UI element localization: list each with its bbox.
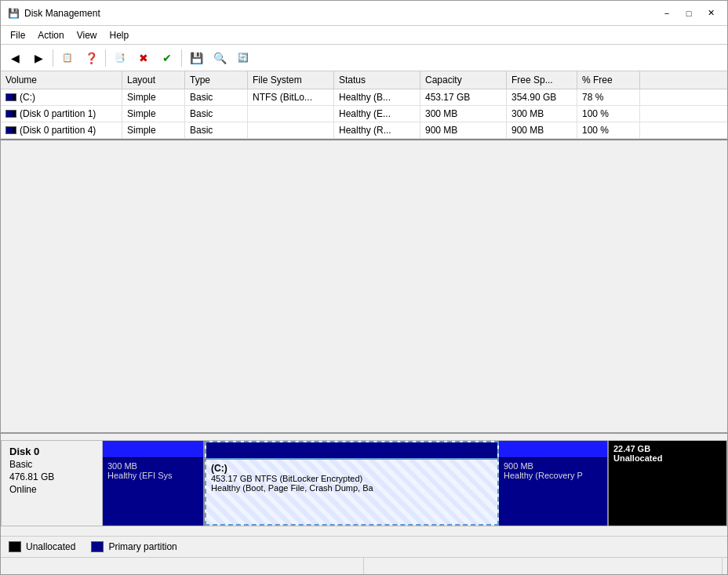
help-button[interactable]: ❓: [80, 48, 102, 68]
col-header-pctfree[interactable]: % Free: [577, 71, 640, 89]
status-pane-2: [364, 558, 723, 574]
part-c-status: Healthy (Boot, Page File, Crash Dump, Ba: [211, 483, 493, 493]
col-header-type[interactable]: Type: [185, 71, 248, 89]
cell-freesp-1: 300 MB: [507, 106, 577, 122]
disk-row: Disk 0 Basic 476.81 GB Online 300 MB Hea…: [1, 440, 727, 526]
cell-type-0: Basic: [185, 89, 248, 105]
table-row[interactable]: (Disk 0 partition 1) Simple Basic Health…: [1, 106, 727, 122]
minimize-button[interactable]: −: [657, 5, 677, 22]
partition-unallocated[interactable]: 22.47 GB Unallocated: [609, 441, 726, 526]
menu-bar: File Action View Help: [1, 26, 727, 45]
main-content: Volume Layout Type File System Status Ca…: [1, 71, 727, 574]
volume-icon-2: [5, 126, 16, 134]
col-header-layout[interactable]: Layout: [122, 71, 185, 89]
app-icon: 💾: [7, 7, 20, 20]
col-header-capacity[interactable]: Capacity: [420, 71, 507, 89]
menu-view[interactable]: View: [71, 28, 104, 42]
window-title: Disk Management: [24, 8, 657, 19]
window-controls: − □ ✕: [657, 5, 721, 22]
table-row[interactable]: (Disk 0 partition 4) Simple Basic Health…: [1, 122, 727, 139]
table-header: Volume Layout Type File System Status Ca…: [1, 71, 727, 89]
cell-capacity-0: 453.17 GB: [420, 89, 507, 105]
cell-layout-0: Simple: [122, 89, 185, 105]
menu-action[interactable]: Action: [31, 28, 70, 42]
properties-button[interactable]: 📋: [56, 48, 78, 68]
part-unalloc-size: 22.47 GB: [613, 444, 722, 453]
cell-type-2: Basic: [185, 122, 248, 138]
launch-button[interactable]: 📑: [109, 48, 131, 68]
cell-pctfree-1: 100 %: [577, 106, 640, 122]
cell-layout-1: Simple: [122, 106, 185, 122]
disk-map-area: Disk 0 Basic 476.81 GB Online 300 MB Hea…: [1, 434, 727, 536]
part-unalloc-label: Unallocated: [613, 453, 722, 463]
menu-file[interactable]: File: [4, 28, 31, 42]
cell-layout-2: Simple: [122, 122, 185, 138]
cell-status-0: Healthy (B...: [334, 89, 420, 105]
cell-pctfree-2: 100 %: [577, 122, 640, 138]
refresh-button[interactable]: 🔄: [232, 48, 254, 68]
legend-area: Unallocated Primary partition: [1, 536, 727, 557]
table-row[interactable]: (C:) Simple Basic NTFS (BitLo... Healthy…: [1, 89, 727, 106]
disk-size: 476.81 GB: [9, 471, 94, 482]
save-button[interactable]: 💾: [185, 48, 207, 68]
status-pane-1: [5, 558, 364, 574]
menu-help[interactable]: Help: [104, 28, 136, 42]
partition-recovery[interactable]: 900 MB Healthy (Recovery P: [499, 441, 609, 526]
legend-primary: Primary partition: [91, 541, 177, 552]
toolbar-sep-3: [181, 49, 182, 67]
legend-primary-box: [91, 541, 104, 552]
cell-extra-0: [640, 89, 727, 105]
check-button[interactable]: ✔: [156, 48, 178, 68]
disk-status: Online: [9, 484, 94, 495]
close-button[interactable]: ✕: [701, 5, 721, 22]
main-window: 💾 Disk Management − □ ✕ File Action View…: [0, 0, 728, 575]
volume-icon-1: [5, 110, 16, 118]
col-header-freesp[interactable]: Free Sp...: [507, 71, 577, 89]
toolbar: ◀ ▶ 📋 ❓ 📑 ✖ ✔ 💾 🔍 🔄: [1, 45, 727, 71]
cell-pctfree-0: 78 %: [577, 89, 640, 105]
cell-freesp-2: 900 MB: [507, 122, 577, 138]
title-bar: 💾 Disk Management − □ ✕: [1, 1, 727, 26]
partition-c[interactable]: (C:) 453.17 GB NTFS (BitLocker Encrypted…: [205, 441, 499, 526]
middle-spacer: [1, 140, 727, 434]
partition-efi[interactable]: 300 MB Healthy (EFI Sys: [103, 441, 205, 526]
cell-status-1: Healthy (E...: [334, 106, 420, 122]
volume-icon-0: [5, 93, 16, 101]
cell-status-2: Healthy (R...: [334, 122, 420, 138]
legend-primary-label: Primary partition: [108, 541, 177, 552]
cell-fs-1: [248, 106, 334, 122]
status-bar: [1, 557, 727, 574]
search-button[interactable]: 🔍: [209, 48, 231, 68]
part-efi-status: Healthy (EFI Sys: [107, 471, 198, 480]
cell-fs-2: [248, 122, 334, 138]
cell-volume-1: (Disk 0 partition 1): [1, 106, 122, 122]
table-body: (C:) Simple Basic NTFS (BitLo... Healthy…: [1, 89, 727, 139]
col-header-volume[interactable]: Volume: [1, 71, 122, 89]
part-recovery-status: Healthy (Recovery P: [504, 471, 602, 480]
legend-unallocated: Unallocated: [9, 541, 75, 552]
volume-table: Volume Layout Type File System Status Ca…: [1, 71, 727, 140]
legend-unalloc-box: [9, 541, 21, 552]
legend-unalloc-label: Unallocated: [26, 541, 75, 552]
part-c-detail: 453.17 GB NTFS (BitLocker Encrypted): [211, 474, 493, 483]
cell-extra-1: [640, 106, 727, 122]
part-efi-size: 300 MB: [107, 461, 198, 471]
back-button[interactable]: ◀: [4, 48, 26, 68]
disk-name: Disk 0: [9, 446, 94, 457]
disk-partitions: 300 MB Healthy (EFI Sys (C:) 453.17 GB N…: [103, 440, 727, 526]
maximize-button[interactable]: □: [679, 5, 699, 22]
disk-info: Disk 0 Basic 476.81 GB Online: [1, 440, 103, 526]
cell-fs-0: NTFS (BitLo...: [248, 89, 334, 105]
col-header-fs[interactable]: File System: [248, 71, 334, 89]
part-recovery-size: 900 MB: [504, 461, 602, 471]
cell-volume-2: (Disk 0 partition 4): [1, 122, 122, 138]
delete-button[interactable]: ✖: [133, 48, 155, 68]
disk-type: Basic: [9, 459, 94, 470]
cell-freesp-0: 354.90 GB: [507, 89, 577, 105]
col-header-status[interactable]: Status: [334, 71, 420, 89]
cell-extra-2: [640, 122, 727, 138]
cell-type-1: Basic: [185, 106, 248, 122]
cell-capacity-1: 300 MB: [420, 106, 507, 122]
cell-capacity-2: 900 MB: [420, 122, 507, 138]
forward-button[interactable]: ▶: [27, 48, 49, 68]
